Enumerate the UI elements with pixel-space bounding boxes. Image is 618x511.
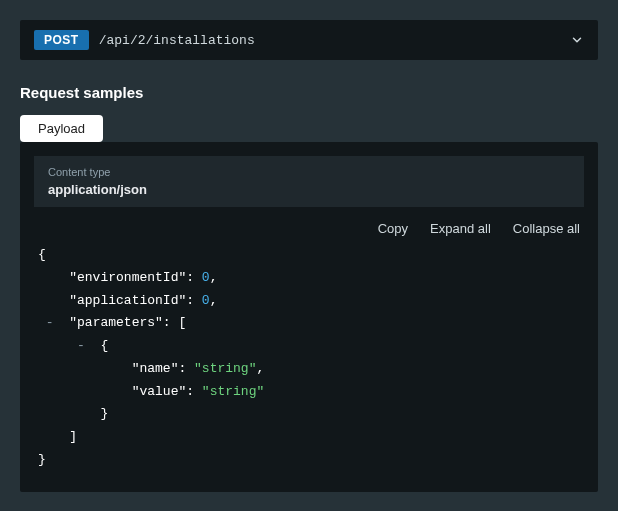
collapse-toggle-icon[interactable]: - (46, 315, 54, 330)
json-code-block: { "environmentId": 0, "applicationId": 0… (34, 244, 584, 478)
copy-button[interactable]: Copy (378, 221, 408, 236)
bracket-close: ] (69, 429, 77, 444)
chevron-down-icon[interactable] (570, 33, 584, 47)
comma: , (210, 293, 218, 308)
brace-close: } (100, 406, 108, 421)
comma: , (210, 270, 218, 285)
json-key: "value" (132, 384, 187, 399)
brace-close: } (38, 452, 46, 467)
comma: , (256, 361, 264, 376)
colon: : (186, 270, 202, 285)
json-string: "string" (194, 361, 256, 376)
colon: : (186, 384, 202, 399)
collapse-toggle-icon[interactable]: - (77, 338, 85, 353)
brace-open: { (100, 338, 108, 353)
colon: : (186, 293, 202, 308)
collapse-all-button[interactable]: Collapse all (513, 221, 580, 236)
json-number: 0 (202, 293, 210, 308)
http-method-badge: POST (34, 30, 89, 50)
json-key: "environmentId" (69, 270, 186, 285)
json-number: 0 (202, 270, 210, 285)
colon: : (163, 315, 179, 330)
json-key: "name" (132, 361, 179, 376)
colon: : (178, 361, 194, 376)
json-string: "string" (202, 384, 264, 399)
code-actions: Copy Expand all Collapse all (34, 221, 584, 236)
expand-all-button[interactable]: Expand all (430, 221, 491, 236)
endpoint-bar[interactable]: POST /api/2/installations (20, 20, 598, 60)
content-type-value: application/json (48, 182, 570, 197)
endpoint-path: /api/2/installations (99, 33, 560, 48)
request-samples-heading: Request samples (20, 84, 598, 101)
bracket-open: [ (178, 315, 186, 330)
brace-open: { (38, 247, 46, 262)
tab-payload[interactable]: Payload (20, 115, 103, 142)
json-key: "parameters" (69, 315, 163, 330)
code-panel: Content type application/json Copy Expan… (20, 142, 598, 492)
json-key: "applicationId" (69, 293, 186, 308)
content-type-label: Content type (48, 166, 570, 178)
content-type-box[interactable]: Content type application/json (34, 156, 584, 207)
